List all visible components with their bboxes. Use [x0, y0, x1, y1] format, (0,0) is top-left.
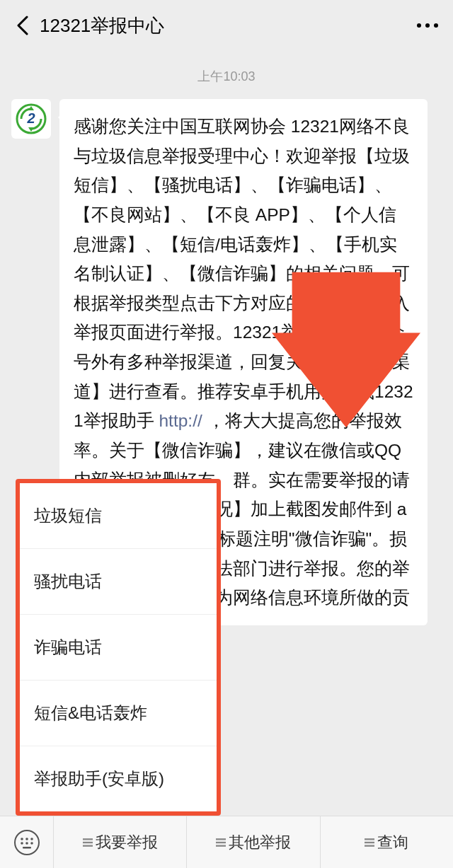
svg-rect-19: [365, 841, 374, 843]
chevron-left-icon: [16, 16, 29, 35]
menu-item-fraud-call[interactable]: 诈骗电话: [20, 615, 217, 681]
avatar-logo-icon: 2: [16, 103, 47, 134]
svg-rect-13: [83, 841, 93, 843]
menu-item-harass-call[interactable]: 骚扰电话: [20, 549, 217, 615]
more-button[interactable]: [413, 14, 442, 37]
bottom-bar: 我要举报 其他举报 查询: [0, 816, 453, 868]
svg-point-10: [30, 842, 33, 845]
timestamp: 上午10:03: [0, 51, 453, 93]
tab-label: 我要举报: [96, 832, 158, 853]
message-link[interactable]: http://: [159, 411, 202, 430]
menu-item-helper-android[interactable]: 举报助手(安卓版): [20, 746, 217, 811]
svg-point-6: [25, 838, 28, 840]
tab-report[interactable]: 我要举报: [54, 816, 187, 868]
menu-icon: [365, 838, 374, 847]
svg-point-9: [25, 842, 28, 845]
chat-header: 12321举报中心: [0, 0, 453, 51]
menu-item-spam-sms[interactable]: 垃圾短信: [20, 483, 217, 549]
svg-point-7: [30, 838, 33, 840]
tab-other-report[interactable]: 其他举报: [187, 816, 320, 868]
keyboard-icon: [13, 829, 40, 856]
header-title: 12321举报中心: [40, 13, 164, 38]
svg-rect-11: [23, 847, 31, 849]
popup-menu: 垃圾短信 骚扰电话 诈骗电话 短信&电话轰炸 举报助手(安卓版): [16, 479, 221, 816]
avatar[interactable]: 2: [11, 99, 51, 139]
menu-icon: [216, 838, 226, 847]
svg-point-5: [21, 838, 23, 840]
tab-label: 其他举报: [229, 832, 291, 853]
message-part1: 感谢您关注中国互联网协会 12321网络不良与垃圾信息举报受理中心！欢迎举报【垃…: [74, 117, 413, 430]
menu-item-sms-bomb[interactable]: 短信&电话轰炸: [20, 681, 217, 746]
svg-text:2: 2: [26, 110, 35, 126]
svg-rect-15: [216, 838, 226, 840]
svg-rect-17: [216, 845, 226, 846]
menu-icon: [83, 838, 93, 847]
svg-rect-14: [83, 845, 93, 846]
svg-rect-12: [83, 838, 93, 840]
back-button[interactable]: [11, 14, 34, 37]
svg-point-8: [21, 842, 23, 845]
more-icon: [417, 23, 438, 28]
tab-label: 查询: [377, 832, 408, 853]
svg-rect-16: [216, 841, 226, 843]
tab-query[interactable]: 查询: [321, 816, 453, 868]
svg-rect-18: [365, 838, 374, 840]
svg-rect-20: [365, 845, 374, 846]
keyboard-toggle-button[interactable]: [0, 816, 54, 868]
